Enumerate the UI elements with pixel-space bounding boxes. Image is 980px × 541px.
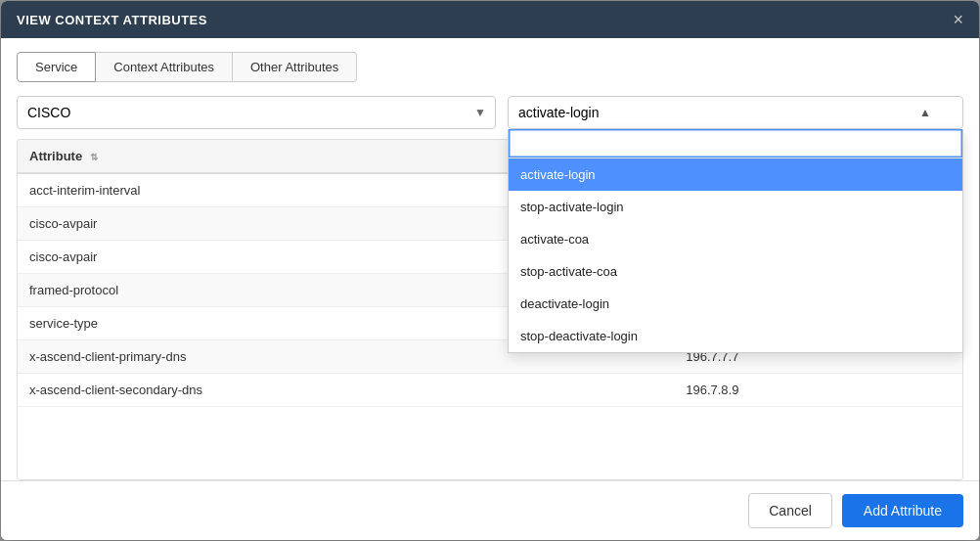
- attribute-dropdown-panel: activate-login stop-activate-login activ…: [508, 129, 963, 353]
- cell-attribute: x-ascend-client-secondary-dns: [18, 374, 552, 407]
- attribute-search-input[interactable]: [509, 129, 962, 158]
- dropdown-option-stop-activate-login[interactable]: stop-activate-login: [509, 191, 962, 223]
- tab-context-attributes[interactable]: Context Attributes: [96, 52, 233, 82]
- cell-attribute: cisco-avpair: [18, 241, 552, 274]
- attribute-select-arrow-icon: ▲: [919, 106, 931, 119]
- dropdown-option-stop-deactivate-login[interactable]: stop-deactivate-login: [509, 320, 962, 352]
- dropdown-option-activate-login[interactable]: activate-login: [509, 158, 962, 191]
- service-select-wrap: CISCO RADIUS TACACS OTHER ▼: [17, 96, 496, 129]
- cell-value: 196.7.8.9: [674, 374, 962, 407]
- add-attribute-button[interactable]: Add Attribute: [842, 494, 963, 527]
- dropdown-options-list: activate-login stop-activate-login activ…: [509, 158, 962, 352]
- cell-attribute: x-ascend-client-primary-dns: [18, 340, 552, 374]
- attribute-select-value: activate-login: [518, 105, 600, 120]
- controls-row: CISCO RADIUS TACACS OTHER ▼ activate-log…: [17, 96, 963, 129]
- cancel-button[interactable]: Cancel: [748, 493, 832, 528]
- cell-attribute: cisco-avpair: [18, 207, 552, 241]
- dropdown-option-deactivate-login[interactable]: deactivate-login: [509, 288, 962, 320]
- modal-header: VIEW CONTEXT ATTRIBUTES ×: [1, 1, 979, 38]
- modal-footer: Cancel Add Attribute: [1, 480, 979, 540]
- attribute-select-wrap: activate-login ▲ activate-login stop-act…: [508, 96, 963, 129]
- dropdown-option-activate-coa[interactable]: activate-coa: [509, 223, 962, 255]
- tab-other-attributes[interactable]: Other Attributes: [233, 52, 357, 82]
- modal-title: VIEW CONTEXT ATTRIBUTES: [17, 13, 207, 27]
- tab-service[interactable]: Service: [17, 52, 96, 82]
- attribute-select-display[interactable]: activate-login ▲: [508, 96, 963, 129]
- modal-body: Service Context Attributes Other Attribu…: [1, 38, 979, 480]
- cell-attribute: framed-protocol: [18, 274, 552, 307]
- cell-tag: [552, 374, 674, 407]
- table-row: x-ascend-client-secondary-dns196.7.8.9: [18, 374, 962, 407]
- modal-close-button[interactable]: ×: [953, 11, 963, 28]
- cell-attribute: service-type: [18, 307, 552, 340]
- tabs-bar: Service Context Attributes Other Attribu…: [17, 52, 963, 82]
- col-attribute[interactable]: Attribute ⇅: [18, 140, 552, 173]
- dropdown-option-stop-activate-coa[interactable]: stop-activate-coa: [509, 255, 962, 288]
- service-select[interactable]: CISCO RADIUS TACACS OTHER: [17, 96, 496, 129]
- modal-view-context-attributes: VIEW CONTEXT ATTRIBUTES × Service Contex…: [1, 1, 979, 540]
- cell-attribute: acct-interim-interval: [18, 173, 552, 207]
- sort-icon-attribute: ⇅: [90, 152, 98, 162]
